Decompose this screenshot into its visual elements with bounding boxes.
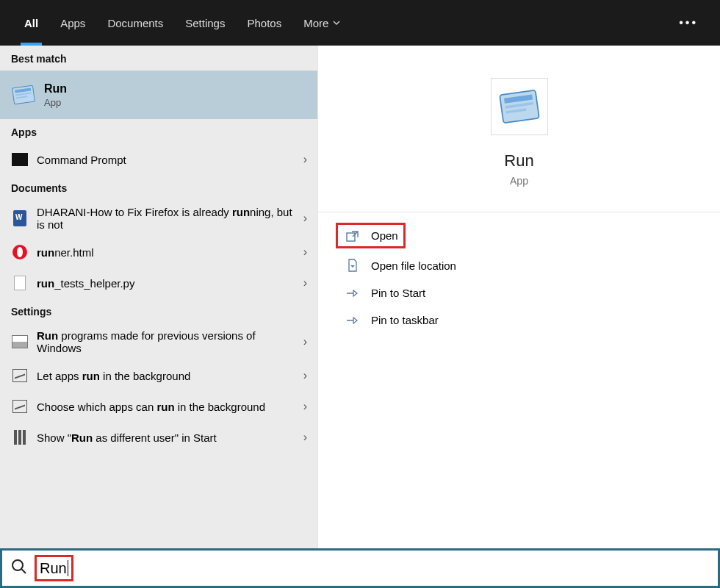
setting-result[interactable]: Choose which apps can run in the backgro…	[0, 391, 317, 422]
best-match-title: Run	[44, 82, 67, 96]
tab-settings[interactable]: Settings	[174, 0, 236, 46]
open-icon	[343, 230, 362, 242]
document-result[interactable]: DHARANI-How to Fix Firefox is already ru…	[0, 200, 317, 237]
pin-to-start-label: Pin to Start	[371, 287, 425, 299]
document-result[interactable]: run_tests_helper.py ›	[0, 268, 317, 298]
document-label: run_tests_helper.py	[37, 277, 303, 290]
pin-to-taskbar-label: Pin to taskbar	[371, 314, 439, 326]
preview-panel: Run App Open Open file location	[318, 46, 720, 567]
best-match-subtitle: App	[44, 97, 67, 108]
open-file-location-action[interactable]: Open file location	[336, 251, 702, 279]
document-result[interactable]: runner.html ›	[0, 237, 317, 268]
tab-all[interactable]: All	[13, 0, 49, 46]
file-icon	[10, 273, 29, 293]
chevron-right-icon: ›	[303, 369, 307, 382]
chevron-right-icon: ›	[303, 335, 307, 348]
app-result-label: Command Prompt	[37, 154, 303, 166]
svg-point-9	[12, 560, 23, 570]
activity-icon	[10, 366, 29, 385]
chevron-right-icon: ›	[303, 431, 307, 444]
setting-label: Show "Run as different user" in Start	[37, 431, 303, 444]
tab-photos[interactable]: Photos	[236, 0, 292, 46]
setting-result[interactable]: Show "Run as different user" in Start ›	[0, 422, 317, 453]
pin-icon	[343, 288, 362, 298]
open-label: Open	[371, 229, 398, 242]
preview-title: Run	[318, 151, 720, 171]
tab-more-label: More	[303, 17, 328, 29]
chevron-right-icon: ›	[303, 245, 307, 259]
tab-more[interactable]: More	[292, 0, 352, 46]
folder-icon	[343, 259, 362, 272]
search-value: Run	[40, 557, 67, 579]
tab-all-label: All	[24, 17, 38, 29]
documents-header: Documents	[0, 175, 317, 200]
results-panel: Best match Run App Apps Command Prompt ›…	[0, 46, 318, 567]
tab-apps[interactable]: Apps	[49, 0, 96, 46]
chevron-right-icon: ›	[303, 276, 307, 290]
setting-label: Let apps run in the background	[37, 370, 303, 382]
preview-subtitle: App	[318, 175, 720, 187]
apps-header: Apps	[0, 119, 317, 144]
tab-photos-label: Photos	[247, 17, 281, 29]
command-prompt-icon	[10, 150, 29, 169]
setting-result[interactable]: Run programs made for previous versions …	[0, 323, 317, 360]
preview-app-icon	[491, 78, 548, 135]
document-label: runner.html	[37, 246, 303, 259]
pin-icon	[343, 315, 362, 326]
tab-documents[interactable]: Documents	[96, 0, 174, 46]
best-match-result[interactable]: Run App	[0, 71, 317, 119]
document-label: DHARANI-How to Fix Firefox is already ru…	[37, 206, 303, 231]
chevron-down-icon	[332, 18, 341, 27]
activity-icon	[10, 397, 29, 416]
best-match-header: Best match	[0, 46, 317, 71]
tab-apps-label: Apps	[60, 17, 85, 29]
pin-to-start-action[interactable]: Pin to Start	[336, 279, 702, 306]
search-input[interactable]: Run	[35, 555, 73, 581]
divider	[318, 212, 720, 212]
setting-label: Run programs made for previous versions …	[37, 329, 303, 354]
settings-header: Settings	[0, 298, 317, 323]
chevron-right-icon: ›	[303, 212, 307, 225]
more-options-button[interactable]: •••	[679, 16, 698, 29]
open-file-location-label: Open file location	[371, 259, 456, 272]
word-doc-icon	[10, 209, 29, 228]
opera-icon	[10, 243, 29, 262]
setting-label: Choose which apps can run in the backgro…	[37, 401, 303, 413]
top-navigation: All Apps Documents Settings Photos More …	[0, 0, 720, 46]
pin-to-taskbar-action[interactable]: Pin to taskbar	[336, 306, 702, 334]
chevron-right-icon: ›	[303, 153, 307, 166]
run-app-icon	[10, 82, 37, 108]
tab-settings-label: Settings	[185, 17, 225, 29]
compat-icon	[10, 332, 29, 351]
setting-result[interactable]: Let apps run in the background ›	[0, 360, 317, 391]
tab-documents-label: Documents	[107, 17, 163, 29]
svg-rect-8	[347, 233, 355, 241]
search-icon	[11, 559, 27, 578]
text-cursor	[68, 560, 68, 576]
search-bar[interactable]: Run	[0, 548, 720, 588]
app-result-command-prompt[interactable]: Command Prompt ›	[0, 144, 317, 175]
svg-line-10	[22, 570, 26, 574]
tools-icon	[10, 428, 29, 447]
open-action[interactable]: Open	[336, 223, 406, 248]
tab-list: All Apps Documents Settings Photos More	[13, 0, 352, 46]
chevron-right-icon: ›	[303, 400, 307, 413]
